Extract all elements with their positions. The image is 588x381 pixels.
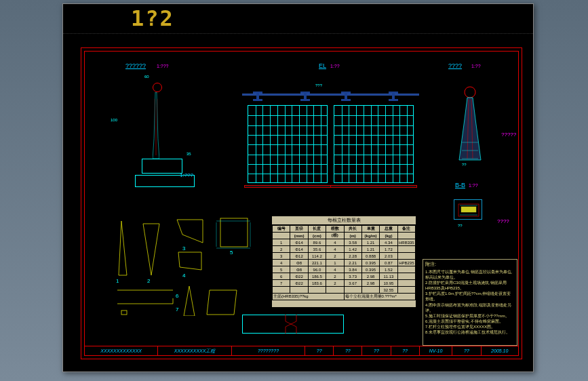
table-cell: Φ14 xyxy=(290,239,308,246)
table-cell: 3.73 xyxy=(344,273,361,280)
svg-rect-2 xyxy=(461,207,476,212)
tb-c9: ?? xyxy=(452,346,481,355)
post-svg xyxy=(153,92,159,159)
table-row: 2Φ1435.641.421.211.72 xyxy=(273,246,416,253)
section-footnote: 1:??? xyxy=(180,172,193,178)
table-cell: 96.0 xyxy=(308,266,326,273)
deck-beam xyxy=(242,92,419,101)
table-footnote-l: 主筋(HRB335)??kg xyxy=(273,294,345,300)
table-cell: 32.55 xyxy=(380,287,397,294)
notes-body: 1.本图尺寸以厘米为单位,钢筋直径以毫米为单位,标高以米为单位。2.防撞护栏采用… xyxy=(423,269,517,335)
table-row: 5Φ896.043.840.3951.52 xyxy=(273,266,416,273)
table-cell: 3.84 xyxy=(344,266,361,273)
bar-schedule-svg xyxy=(115,214,257,316)
dim-top: 60 xyxy=(144,75,149,79)
table-cell xyxy=(326,287,344,294)
table-cell: 2 xyxy=(326,273,344,280)
window-title: 1?2 xyxy=(131,5,174,31)
table-title: 每根立柱数量表 xyxy=(272,216,416,225)
table-row: 32.55 xyxy=(273,287,416,294)
dim-h2: 35 xyxy=(187,152,191,156)
th: (mm) xyxy=(290,233,308,239)
table-row: 7Φ22183.623.672.9810.95 xyxy=(273,280,416,287)
ibeam-icon xyxy=(389,92,398,101)
barrier-grid-left xyxy=(248,105,328,183)
table-cell: 221.1 xyxy=(308,260,326,266)
bar-label-4: 4 xyxy=(182,273,185,279)
table-cell: 10.95 xyxy=(380,280,397,287)
label-section-a: ?????? xyxy=(125,62,146,69)
table-cell: Φ22 xyxy=(290,280,308,287)
table-cell: 2.21 xyxy=(344,260,361,266)
th: 编号 xyxy=(273,226,290,233)
th xyxy=(273,233,290,239)
ibeam-icon xyxy=(300,92,310,101)
bb-svg xyxy=(454,200,483,220)
th: (kg) xyxy=(380,233,397,239)
notes-line: 5.施工时须保证钢筋保护层厚度不小于??mm。 xyxy=(423,313,517,319)
notes-line: 2.防撞护栏采用C30混凝土现场浇筑,钢筋采用HRB335及HPB235。 xyxy=(423,280,517,291)
notes-line: 3.护栏高度1.0m,护栏间距??cm,伸缩缝处设置变形缝。 xyxy=(423,291,517,302)
tb-org: XXXXXXXXXXXXX xyxy=(85,346,158,355)
table-cell xyxy=(273,287,290,294)
table-cell: 1 xyxy=(326,260,344,266)
th: 直径 xyxy=(290,226,308,233)
table-cell: Φ22 xyxy=(290,273,308,280)
table-cell: HRB335 xyxy=(397,239,415,246)
table-cell: 2.28 xyxy=(344,253,361,260)
post-detail-view: ?? xyxy=(443,85,497,167)
table-cell: 1.72 xyxy=(380,246,397,253)
handrail-circle-icon xyxy=(153,83,162,92)
th: (m) xyxy=(344,233,361,239)
table-row: 1Φ1489.643.581.214.34HRB335 xyxy=(273,239,416,246)
label-post: ???? xyxy=(448,62,462,69)
table-cell xyxy=(344,287,361,294)
bar-label-3: 3 xyxy=(182,245,185,252)
svg-point-0 xyxy=(465,87,475,98)
table-cell: 6 xyxy=(273,273,290,280)
tb-c5: ?? xyxy=(334,346,362,355)
dim-elev-span: ??? xyxy=(315,83,322,87)
table-cell: Φ8 xyxy=(290,260,308,266)
table-cell: 4 xyxy=(326,239,344,246)
label-elevation: EL xyxy=(319,62,326,69)
table-cell: 2 xyxy=(326,280,344,287)
table-cell xyxy=(290,287,308,294)
notes-line: 7.栏杆立柱预埋件位置详见XXXXX图。 xyxy=(423,324,517,329)
table-cell: 2.03 xyxy=(380,253,397,260)
titlebar: 1?2 xyxy=(63,4,533,34)
table-cell xyxy=(397,253,415,260)
table-cell: 0.87 xyxy=(380,260,397,266)
table-cell: 183.6 xyxy=(308,280,326,287)
th: 总重 xyxy=(380,226,397,233)
table-cell: 0.395 xyxy=(361,260,379,266)
bb-panel xyxy=(454,199,482,220)
th: 根数 xyxy=(326,226,344,233)
table-cell: 1.21 xyxy=(361,239,379,246)
drawing-frame-outer: ?????? 1:??? EL 1:?? ???? 1:?? ????? B-B… xyxy=(81,47,522,359)
table-cell: 186.5 xyxy=(308,273,326,280)
table-cell xyxy=(361,287,379,294)
scale-post: 1:?? xyxy=(471,64,481,68)
quantity-table: 每根立柱数量表 编号 直径 长度 根数 共长 单重 总重 备注 xyxy=(271,216,416,308)
table-cell: Φ14 xyxy=(290,246,308,253)
table-cell: 2.98 xyxy=(361,273,379,280)
elevation-view: ??? xyxy=(248,96,414,187)
table-footnote-row: 主筋(HRB335)??kg 每个立柱混凝土用量0.???m³ xyxy=(273,294,416,300)
table-cell xyxy=(397,246,415,253)
table-cell: 114.2 xyxy=(308,253,326,260)
table-row: 6Φ22186.523.732.9811.13 xyxy=(273,273,416,280)
table-cell: 4 xyxy=(326,266,344,273)
notes-line: 4.图中所示钢筋布置为标准段,端部及变形缝处另详。 xyxy=(423,302,517,313)
bar-label-7: 7 xyxy=(176,306,178,313)
table-cell: 4.34 xyxy=(380,239,397,246)
table-cell: 1.52 xyxy=(380,266,397,273)
tb-c7: ?? xyxy=(391,346,420,355)
barrier-base xyxy=(244,185,331,188)
tb-project: XXXXXXXXXX工程 xyxy=(158,346,231,355)
table-cell: 2 xyxy=(273,246,290,253)
table-cell: 11.13 xyxy=(380,273,397,280)
drawing-canvas[interactable]: ?????? 1:??? EL 1:?? ???? 1:?? ????? B-B… xyxy=(68,35,528,365)
notes-title: 附注: xyxy=(423,260,517,269)
tb-c4: ?? xyxy=(305,346,334,355)
